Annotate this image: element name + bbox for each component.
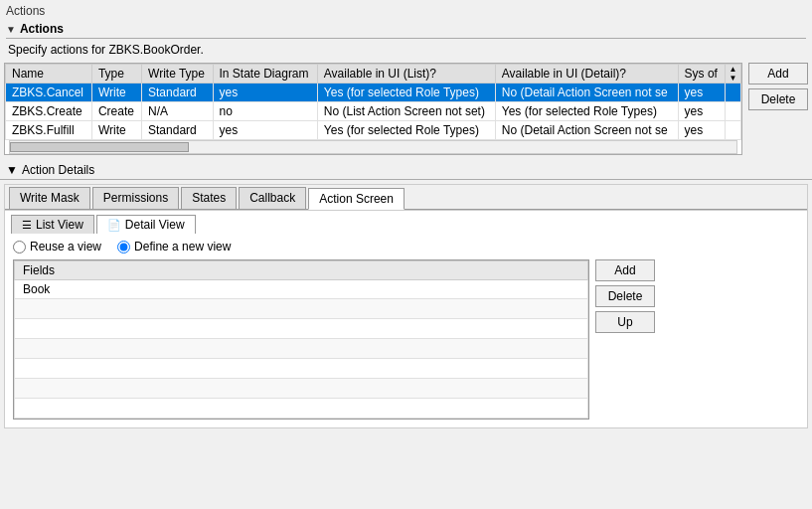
radio-row: Reuse a viewDefine a new view bbox=[5, 234, 807, 259]
fields-table-wrapper: Fields Book bbox=[13, 259, 589, 420]
radio-label: Define a new view bbox=[134, 240, 231, 254]
inner-tab-label: Detail View bbox=[125, 218, 185, 232]
inner-tab-icon: 📄 bbox=[107, 219, 121, 232]
row-in-state: no bbox=[213, 102, 317, 121]
row-scroll-cell bbox=[726, 121, 741, 140]
radio-input[interactable] bbox=[13, 241, 26, 254]
tab-callback[interactable]: Callback bbox=[239, 187, 306, 209]
fields-empty-cell bbox=[15, 299, 588, 319]
row-avail-detail: Yes (for selected Role Types) bbox=[495, 102, 678, 121]
actions-table: Name Type Write Type In State Diagram Av… bbox=[5, 64, 741, 140]
row-in-state: yes bbox=[213, 84, 317, 102]
tabs-row: Write MaskPermissionsStatesCallbackActio… bbox=[5, 185, 807, 210]
fields-empty-row bbox=[15, 399, 588, 419]
fields-row-value: Book bbox=[15, 280, 588, 299]
fields-empty-cell bbox=[15, 379, 588, 399]
row-in-state: yes bbox=[213, 121, 317, 140]
row-type: Write bbox=[91, 121, 141, 140]
row-scroll-cell bbox=[726, 84, 741, 102]
row-avail-list: Yes (for selected Role Types) bbox=[317, 84, 495, 102]
col-write-type: Write Type bbox=[142, 65, 213, 84]
fields-delete-button[interactable]: Delete bbox=[595, 285, 655, 307]
actions-title: Actions bbox=[20, 22, 64, 36]
action-details-arrow-icon: ▼ bbox=[6, 163, 18, 177]
col-scroll: ▲▼ bbox=[726, 65, 741, 84]
fields-empty-row bbox=[15, 299, 588, 319]
radio-input[interactable] bbox=[117, 241, 130, 254]
horizontal-scrollbar[interactable] bbox=[9, 140, 737, 154]
table-action-buttons: Add Delete bbox=[748, 63, 808, 155]
row-avail-detail: No (Detail Action Screen not se bbox=[495, 121, 678, 140]
row-avail-list: Yes (for selected Role Types) bbox=[317, 121, 495, 140]
col-avail-detail: Available in UI (Detail)? bbox=[495, 65, 678, 84]
tab-write-mask[interactable]: Write Mask bbox=[9, 187, 90, 209]
tab-action-screen[interactable]: Action Screen bbox=[308, 188, 405, 210]
col-sys: Sys of bbox=[678, 65, 725, 84]
row-sys: yes bbox=[678, 102, 725, 121]
table-row[interactable]: ZBKS.Create Create N/A no No (List Actio… bbox=[6, 102, 741, 121]
fields-table: Fields Book bbox=[14, 260, 588, 419]
inner-tab-list-view[interactable]: ☰List View bbox=[11, 215, 94, 234]
fields-empty-cell bbox=[15, 399, 588, 419]
collapse-arrow-icon: ▼ bbox=[6, 24, 16, 35]
row-avail-list: No (List Action Screen not set) bbox=[317, 102, 495, 121]
inner-tabs-row: ☰List View📄Detail View bbox=[5, 211, 807, 234]
row-write-type: Standard bbox=[142, 121, 213, 140]
radio-option-define-a-new-view[interactable]: Define a new view bbox=[117, 240, 231, 254]
bottom-panel: Write MaskPermissionsStatesCallbackActio… bbox=[4, 184, 808, 428]
col-avail-list: Available in UI (List)? bbox=[317, 65, 495, 84]
fields-add-button[interactable]: Add bbox=[595, 259, 655, 281]
row-name: ZBKS.Create bbox=[6, 102, 92, 121]
fields-empty-cell bbox=[15, 359, 588, 379]
fields-side-buttons: Add Delete Up bbox=[595, 259, 655, 420]
fields-empty-row bbox=[15, 319, 588, 339]
row-sys: yes bbox=[678, 84, 725, 102]
tab-states[interactable]: States bbox=[181, 187, 237, 209]
scroll-thumb[interactable] bbox=[10, 142, 189, 152]
inner-content: ☰List View📄Detail View Reuse a viewDefin… bbox=[5, 210, 807, 427]
col-name: Name bbox=[6, 65, 92, 84]
specify-text: Specify actions for ZBKS.BookOrder. bbox=[6, 43, 806, 57]
radio-label: Reuse a view bbox=[30, 240, 101, 254]
add-action-button[interactable]: Add bbox=[748, 63, 808, 85]
table-row[interactable]: ZBKS.Cancel Write Standard yes Yes (for … bbox=[6, 84, 741, 102]
row-type: Write bbox=[91, 84, 141, 102]
fields-empty-row bbox=[15, 339, 588, 359]
fields-section: Fields Book Add Delete Up bbox=[5, 259, 807, 427]
col-type: Type bbox=[91, 65, 141, 84]
delete-action-button[interactable]: Delete bbox=[748, 88, 808, 110]
row-name: ZBKS.Cancel bbox=[6, 84, 92, 102]
row-write-type: Standard bbox=[142, 84, 213, 102]
actions-section-header: Actions bbox=[6, 4, 806, 18]
fields-empty-cell bbox=[15, 339, 588, 359]
col-in-state: In State Diagram bbox=[213, 65, 317, 84]
row-scroll-cell bbox=[726, 102, 741, 121]
fields-empty-cell bbox=[15, 319, 588, 339]
row-sys: yes bbox=[678, 121, 725, 140]
tab-permissions[interactable]: Permissions bbox=[92, 187, 179, 209]
actions-table-wrapper: Name Type Write Type In State Diagram Av… bbox=[4, 63, 742, 155]
fields-row[interactable]: Book bbox=[15, 280, 588, 299]
action-details-title: Action Details bbox=[22, 163, 94, 177]
action-details-section[interactable]: ▼ Action Details bbox=[0, 159, 812, 180]
fields-empty-row bbox=[15, 359, 588, 379]
actions-collapsible[interactable]: ▼ Actions bbox=[6, 20, 806, 39]
row-write-type: N/A bbox=[142, 102, 213, 121]
inner-tab-label: List View bbox=[36, 218, 83, 232]
radio-option-reuse-a-view[interactable]: Reuse a view bbox=[13, 240, 101, 254]
row-type: Create bbox=[91, 102, 141, 121]
inner-tab-icon: ☰ bbox=[22, 219, 32, 232]
fields-up-button[interactable]: Up bbox=[595, 311, 655, 333]
row-name: ZBKS.Fulfill bbox=[6, 121, 92, 140]
fields-empty-row bbox=[15, 379, 588, 399]
fields-col-header: Fields bbox=[15, 261, 588, 280]
table-row[interactable]: ZBKS.Fulfill Write Standard yes Yes (for… bbox=[6, 121, 741, 140]
inner-tab-detail-view[interactable]: 📄Detail View bbox=[96, 215, 196, 234]
row-avail-detail: No (Detail Action Screen not se bbox=[495, 84, 678, 102]
